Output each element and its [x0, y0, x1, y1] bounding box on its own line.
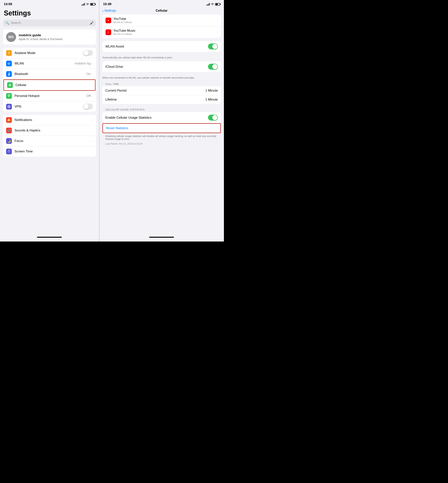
youtube-sub: WLAN & Cellular	[113, 21, 217, 24]
profile-info: mobitrix guide Apple ID, iCloud, Media &…	[19, 33, 92, 41]
wifi-icon	[86, 3, 89, 6]
youtube-music-row[interactable]: ♪ YouTube Music WLAN & Cellular ›	[102, 26, 221, 38]
wlan-assist-description: Automatically use cellular data when WLA…	[99, 55, 224, 61]
svg-point-1	[9, 85, 10, 86]
enable-cellular-toggle[interactable]	[208, 115, 218, 121]
notifications-label: Notifications	[15, 118, 92, 122]
sounds-chevron: ›	[92, 129, 93, 132]
right-home-indicator	[149, 237, 174, 238]
reset-statistics-row[interactable]: Reset Statistics	[103, 124, 220, 133]
hotspot-value: Off	[86, 94, 91, 98]
current-period-label: Current Period	[105, 89, 127, 93]
icloud-toggle[interactable]	[208, 64, 218, 70]
app-section: 🔔 Notifications › 🔊 Sounds & Haptics › 🌙…	[3, 115, 96, 157]
search-placeholder: Search	[11, 21, 88, 25]
search-bar[interactable]: 🔍 Search 🎤	[3, 19, 96, 26]
lifetime-label: Lifetime	[105, 98, 117, 102]
bluetooth-chevron: ›	[92, 72, 93, 76]
left-home-indicator	[37, 237, 62, 238]
cellular-label: Cellular	[16, 83, 91, 87]
usage-section-header: CELLULAR USAGE STATISTICS	[99, 107, 224, 112]
call-time-header: CALL TIME	[99, 81, 224, 86]
hotspot-label: Personal Hotspot	[15, 94, 86, 98]
screen-time-icon: ⏱	[6, 149, 12, 154]
right-signal-icon	[206, 3, 210, 6]
profile-chevron: ›	[92, 35, 93, 39]
airplane-mode-toggle[interactable]	[83, 50, 93, 56]
last-reset: Last Reset: Oct 31, 2023 at 15:29	[99, 142, 224, 147]
wlan-icon	[6, 61, 12, 66]
wlan-value: mobitrix-5g	[75, 62, 91, 65]
wlan-assist-section: WLAN Assist	[102, 41, 221, 52]
focus-chevron: ›	[92, 139, 93, 143]
wlan-assist-row[interactable]: WLAN Assist	[102, 41, 221, 52]
screen-time-row[interactable]: ⏱ Screen Time ›	[3, 146, 96, 157]
sounds-label: Sounds & Haptics	[15, 129, 92, 132]
airplane-mode-label: Airplane Mode	[15, 51, 83, 55]
battery-icon	[90, 3, 95, 6]
icloud-label: iCloud Drive	[105, 65, 208, 69]
youtube-music-icon: ♪	[105, 29, 111, 35]
settings-title: Settings	[0, 8, 99, 19]
left-panel: 14:58 Settings 🔍 Search 🎤 MG	[0, 0, 99, 242]
focus-row[interactable]: 🌙 Focus ›	[3, 136, 96, 146]
reset-statistics-label: Reset Statistics	[106, 126, 128, 130]
vpn-icon	[6, 104, 12, 110]
wlan-row[interactable]: WLAN mobitrix-5g ›	[3, 58, 96, 69]
right-status-icons	[206, 3, 220, 6]
bluetooth-row[interactable]: Bluetooth On ›	[3, 69, 96, 79]
icloud-row[interactable]: iCloud Drive	[102, 61, 221, 72]
right-time: 15:49	[103, 2, 111, 6]
wlan-assist-toggle[interactable]	[208, 43, 218, 49]
left-time: 14:58	[4, 2, 12, 6]
wlan-label: WLAN	[15, 62, 75, 65]
nav-bar: ‹ Settings Cellular	[99, 8, 224, 15]
hotspot-chevron: ›	[92, 94, 93, 98]
cellular-icon	[7, 82, 13, 88]
cellular-row[interactable]: Cellular ›	[4, 80, 95, 90]
bluetooth-value: On	[86, 72, 91, 76]
icloud-description: When not connected to WLAN, use cellular…	[99, 75, 224, 81]
back-chevron-icon: ‹	[102, 8, 104, 13]
wlan-assist-label: WLAN Assist	[105, 45, 208, 48]
vpn-toggle[interactable]	[83, 104, 93, 110]
notifications-icon: 🔔	[6, 117, 12, 123]
screen-time-label: Screen Time	[15, 150, 92, 153]
profile-row[interactable]: MG mobitrix guide Apple ID, iCloud, Medi…	[3, 29, 96, 45]
right-status-bar: 15:49	[99, 0, 224, 8]
youtube-row[interactable]: YouTube WLAN & Cellular ›	[102, 15, 221, 26]
cellular-highlight: Cellular ›	[3, 79, 96, 91]
vpn-row[interactable]: VPN	[3, 101, 96, 112]
nav-back-button[interactable]: ‹ Settings	[102, 8, 116, 13]
enable-cellular-label: Enable Cellular Usage Statistics	[105, 116, 208, 120]
youtube-music-label: YouTube Music	[113, 29, 217, 33]
profile-section: MG mobitrix guide Apple ID, iCloud, Medi…	[3, 29, 96, 45]
cellular-chevron: ›	[91, 84, 92, 87]
icloud-section: iCloud Drive	[102, 61, 221, 72]
wlan-chevron: ›	[92, 62, 93, 65]
notifications-row[interactable]: 🔔 Notifications ›	[3, 115, 96, 125]
right-wifi-icon	[211, 3, 214, 6]
sounds-icon: 🔊	[6, 128, 12, 133]
bluetooth-label: Bluetooth	[15, 72, 86, 76]
avatar: MG	[6, 32, 16, 42]
lifetime-row: Lifetime 1 Minute	[102, 95, 221, 104]
apps-section: YouTube WLAN & Cellular › ♪ YouTube Musi…	[102, 15, 221, 38]
hotspot-row[interactable]: Personal Hotspot Off ›	[3, 91, 96, 101]
lifetime-value: 1 Minute	[205, 98, 218, 102]
focus-icon: 🌙	[6, 138, 12, 144]
current-period-value: 1 Minute	[205, 89, 218, 93]
sounds-row[interactable]: 🔊 Sounds & Haptics ›	[3, 125, 96, 136]
airplane-mode-icon: ✈	[6, 50, 12, 56]
nav-back-label: Settings	[104, 9, 116, 13]
airplane-mode-row[interactable]: ✈ Airplane Mode	[3, 48, 96, 58]
right-panel: 15:49 ‹ Settings Cellular	[99, 0, 224, 242]
left-status-bar: 14:58	[0, 0, 99, 8]
enable-cellular-row[interactable]: Enable Cellular Usage Statistics	[102, 112, 221, 123]
signal-icon	[81, 3, 85, 6]
reset-statistics-highlight: Reset Statistics	[102, 123, 221, 133]
usage-section: CELLULAR USAGE STATISTICS Enable Cellula…	[99, 107, 224, 147]
left-status-icons	[81, 3, 95, 6]
profile-name: mobitrix guide	[19, 33, 92, 37]
call-time-section: Current Period 1 Minute Lifetime 1 Minut…	[102, 86, 221, 104]
